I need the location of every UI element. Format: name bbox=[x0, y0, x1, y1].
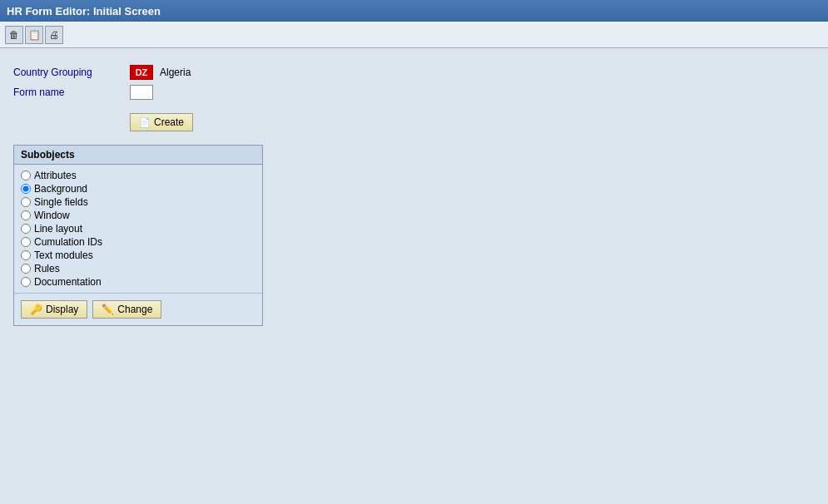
subobject-label-window: Window bbox=[34, 210, 70, 221]
create-button[interactable]: 📄 Create bbox=[130, 113, 193, 131]
subobject-label-attributes: Attributes bbox=[34, 170, 77, 181]
form-name-row: Form name bbox=[13, 85, 815, 100]
title-bar-text: HR Form Editor: Initial Screen bbox=[7, 5, 161, 17]
subobject-radio-attributes[interactable] bbox=[21, 170, 31, 180]
subobject-item-line-layout[interactable]: Line layout bbox=[21, 223, 255, 235]
subobjects-header: Subobjects bbox=[14, 146, 262, 165]
country-name: Algeria bbox=[160, 67, 191, 78]
subobject-radio-line-layout[interactable] bbox=[21, 224, 31, 234]
subobject-item-attributes[interactable]: Attributes bbox=[21, 170, 255, 181]
subobject-item-rules[interactable]: Rules bbox=[21, 263, 255, 274]
subobject-radio-text-modules[interactable] bbox=[21, 250, 31, 260]
subobject-radio-background[interactable] bbox=[21, 184, 31, 194]
title-bar: HR Form Editor: Initial Screen bbox=[0, 0, 828, 22]
subobjects-buttons: 🔑 Display ✏️ Change bbox=[14, 293, 262, 325]
toolbar-btn-copy[interactable]: 📋 bbox=[25, 26, 43, 44]
subobject-label-cumulation-ids: Cumulation IDs bbox=[34, 236, 102, 248]
subobjects-list: AttributesBackgroundSingle fieldsWindowL… bbox=[14, 165, 262, 293]
main-content: Country Grouping DZ Algeria Form name 📄 … bbox=[0, 48, 828, 504]
subobject-item-text-modules[interactable]: Text modules bbox=[21, 250, 255, 261]
subobject-label-text-modules: Text modules bbox=[34, 250, 93, 261]
form-name-input[interactable] bbox=[130, 85, 153, 100]
subobject-label-single-fields: Single fields bbox=[34, 196, 88, 208]
display-button[interactable]: 🔑 Display bbox=[21, 300, 87, 319]
subobject-label-documentation: Documentation bbox=[34, 276, 102, 288]
country-grouping-label: Country Grouping bbox=[13, 67, 130, 78]
subobject-radio-cumulation-ids[interactable] bbox=[21, 237, 31, 247]
change-button[interactable]: ✏️ Change bbox=[92, 300, 161, 319]
subobject-radio-rules[interactable] bbox=[21, 264, 31, 274]
toolbar: 🗑 📋 🖨 © www.tutorialkart.com bbox=[0, 22, 828, 48]
subobjects-panel: Subobjects AttributesBackgroundSingle fi… bbox=[13, 145, 263, 326]
subobject-item-single-fields[interactable]: Single fields bbox=[21, 196, 255, 208]
toolbar-btn-delete[interactable]: 🗑 bbox=[5, 26, 23, 44]
subobject-item-window[interactable]: Window bbox=[21, 210, 255, 221]
subobject-item-documentation[interactable]: Documentation bbox=[21, 276, 255, 288]
subobject-item-cumulation-ids[interactable]: Cumulation IDs bbox=[21, 236, 255, 248]
country-code-badge[interactable]: DZ bbox=[130, 65, 153, 80]
subobject-label-background: Background bbox=[34, 183, 87, 195]
display-icon: 🔑 bbox=[30, 304, 42, 315]
country-grouping-row: Country Grouping DZ Algeria bbox=[13, 65, 815, 80]
subobject-label-line-layout: Line layout bbox=[34, 223, 82, 235]
toolbar-btn-print[interactable]: 🖨 bbox=[45, 26, 63, 44]
create-icon: 📄 bbox=[139, 117, 151, 128]
change-icon: ✏️ bbox=[102, 304, 114, 315]
form-name-label: Form name bbox=[13, 86, 130, 98]
subobject-radio-single-fields[interactable] bbox=[21, 197, 31, 207]
subobject-item-background[interactable]: Background bbox=[21, 183, 255, 195]
subobject-label-rules: Rules bbox=[34, 263, 60, 274]
subobject-radio-window[interactable] bbox=[21, 210, 31, 220]
form-section: Country Grouping DZ Algeria Form name bbox=[13, 65, 815, 100]
create-button-row: 📄 Create bbox=[130, 113, 815, 131]
subobject-radio-documentation[interactable] bbox=[21, 277, 31, 287]
